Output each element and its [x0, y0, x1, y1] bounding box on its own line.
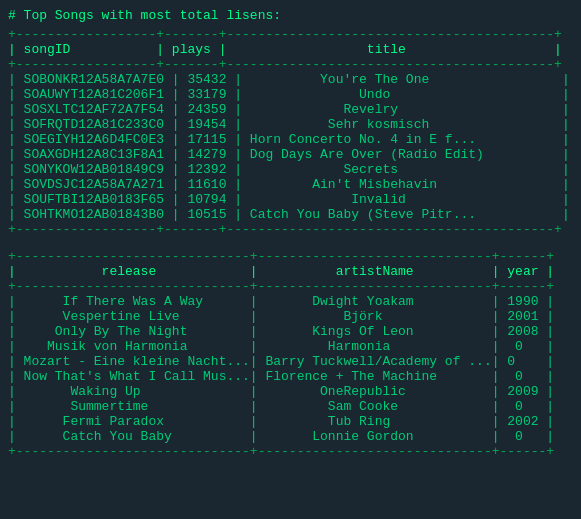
table-row: | SOEGIYH12A6D4FC0E3 | 17115 | Horn Conc…: [8, 132, 573, 147]
table-row: | Catch You Baby | Lonnie Gordon | 0 |: [8, 429, 573, 444]
bot-sep-3: +------------------------------+--------…: [8, 444, 573, 459]
table2-header: | release | artistName | year |: [8, 264, 573, 279]
top-sep-1: +------------------+-------+------------…: [8, 27, 573, 42]
top-sep-2: +------------------+-------+------------…: [8, 57, 573, 72]
release-table: +------------------------------+--------…: [8, 249, 573, 459]
table-row: | SOAXGDH12A8C13F8A1 | 14279 | Dog Days …: [8, 147, 573, 162]
table-row: | SOVDSJC12A58A7A271 | 11610 | Ain't Mis…: [8, 177, 573, 192]
table-row: | SOBONKR12A58A7A7E0 | 35432 | You're Th…: [8, 72, 573, 87]
page-container: # Top Songs with most total lisens: +---…: [8, 8, 573, 459]
table-row: | SONYKOW12AB01849C9 | 12392 | Secrets |: [8, 162, 573, 177]
table-row: | Summertime | Sam Cooke | 0 |: [8, 399, 573, 414]
table-row: | Now That's What I Call Mus...| Florenc…: [8, 369, 573, 384]
bot-sep-1: +------------------------------+--------…: [8, 249, 573, 264]
table1-header: | songID | plays | title |: [8, 42, 573, 57]
table-row: | SOUFTBI12AB0183F65 | 10794 | Invalid |: [8, 192, 573, 207]
table-row: | SOFRQTD12A81C233C0 | 19454 | Sehr kosm…: [8, 117, 573, 132]
table-row: | Mozart - Eine kleine Nacht...| Barry T…: [8, 354, 573, 369]
table-row: | SOHTKMO12AB01843B0 | 10515 | Catch You…: [8, 207, 573, 222]
table-row: | SOSXLTC12AF72A7F54 | 24359 | Revelry |: [8, 102, 573, 117]
bot-sep-2: +------------------------------+--------…: [8, 279, 573, 294]
table-row: | Fermi Paradox | Tub Ring | 2002 |: [8, 414, 573, 429]
table-row: | Waking Up | OneRepublic | 2009 |: [8, 384, 573, 399]
comment-line: # Top Songs with most total lisens:: [8, 8, 573, 23]
table-row: | If There Was A Way | Dwight Yoakam | 1…: [8, 294, 573, 309]
table-row: | SOAUWYT12A81C206F1 | 33179 | Undo |: [8, 87, 573, 102]
top-sep-3: +------------------+-------+------------…: [8, 222, 573, 237]
table-row: | Vespertine Live | Björk | 2001 |: [8, 309, 573, 324]
table-row: | Only By The Night | Kings Of Leon | 20…: [8, 324, 573, 339]
top-songs-table: +------------------+-------+------------…: [8, 27, 573, 237]
table-row: | Musik von Harmonia | Harmonia | 0 |: [8, 339, 573, 354]
